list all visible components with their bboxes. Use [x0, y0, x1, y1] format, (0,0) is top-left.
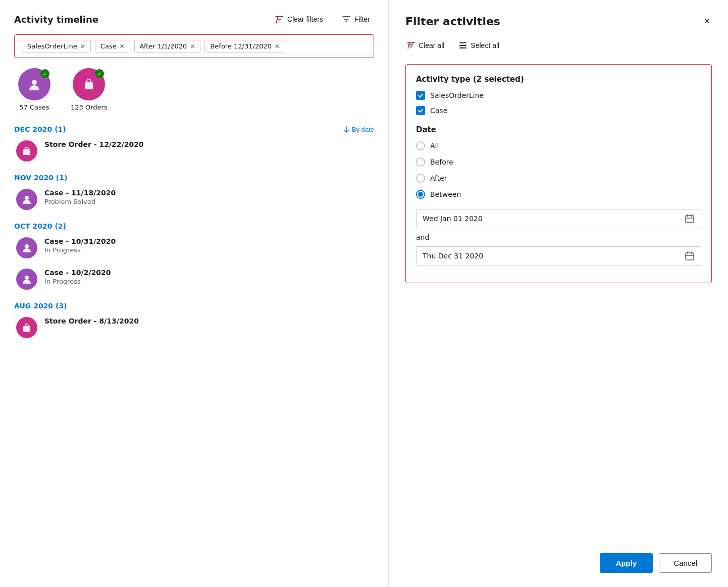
- svg-rect-7: [23, 326, 30, 332]
- orders-label: 123 Orders: [71, 103, 108, 111]
- activity-header: Activity timeline Clear filters Filter: [14, 12, 374, 26]
- apply-button[interactable]: Apply: [600, 553, 653, 573]
- filter-button[interactable]: Filter: [337, 12, 374, 26]
- date-to-wrap: [416, 246, 701, 265]
- radio-inner-between: [418, 192, 423, 197]
- svg-rect-3: [23, 149, 30, 155]
- radio-label-all: All: [430, 142, 439, 150]
- calendar-to-icon[interactable]: [685, 251, 695, 261]
- clear-all-button[interactable]: Clear all: [405, 39, 445, 52]
- svg-point-1: [32, 80, 37, 85]
- timeline-section: DEC 2020 (1) By date Store Order - 12/: [14, 125, 374, 575]
- month-header-aug2020: AUG 2020 (3): [14, 302, 374, 310]
- svg-rect-9: [459, 42, 466, 43]
- panel-footer: Apply Cancel: [600, 553, 712, 573]
- checkbox-case[interactable]: Case: [416, 106, 701, 115]
- date-from-input[interactable]: [423, 215, 685, 223]
- month-label-oct2020[interactable]: OCT 2020 (2): [14, 222, 66, 230]
- svg-rect-11: [459, 47, 466, 48]
- svg-point-4: [25, 196, 29, 200]
- filter-label: Filter: [354, 15, 370, 23]
- item-content: Store Order - 8/13/2020: [44, 317, 139, 325]
- activity-title: Activity timeline: [14, 14, 98, 25]
- stats-row: ✓ 57 Cases ✓ 123 Orders: [14, 68, 374, 111]
- radio-circle-between: [416, 190, 425, 199]
- case-icon: [16, 237, 37, 258]
- radio-after[interactable]: After: [416, 174, 701, 183]
- svg-rect-12: [686, 216, 694, 223]
- and-label: and: [416, 233, 701, 241]
- month-header-nov2020: NOV 2020 (1): [14, 174, 374, 182]
- checkbox-salesorderline[interactable]: SalesOrderLine: [416, 91, 701, 100]
- tag-case: Case ✕: [95, 40, 130, 52]
- bag-icon-sm: [21, 322, 32, 333]
- filter-icon: [341, 14, 351, 24]
- month-label-aug2020[interactable]: AUG 2020 (3): [14, 302, 67, 310]
- radio-all[interactable]: All: [416, 141, 701, 150]
- select-all-icon: [458, 41, 467, 50]
- item-subtitle: Problem Solved: [44, 198, 116, 205]
- sort-label: By date: [352, 126, 374, 133]
- left-panel: Activity timeline Clear filters Filter S…: [0, 0, 389, 587]
- cases-label: 57 Cases: [19, 103, 49, 111]
- date-to-input[interactable]: [423, 252, 685, 260]
- cb-box-salesorderline: [416, 91, 425, 100]
- sort-by-date-button[interactable]: By date: [343, 126, 374, 133]
- filter-tags-container: SalesOrderLine ✕ Case ✕ After 1/1/2020 ✕…: [14, 34, 374, 58]
- item-title: Case - 10/2/2020: [44, 269, 111, 277]
- cases-icon-wrap: ✓: [18, 68, 50, 100]
- panel-title: Filter activities: [405, 15, 500, 28]
- person-icon-sm: [21, 194, 32, 205]
- tag-case-close[interactable]: ✕: [120, 43, 125, 50]
- panel-toolbar: Clear all Select all: [405, 39, 712, 52]
- item-title: Case - 11/18/2020: [44, 189, 116, 197]
- item-title: Case - 10/31/2020: [44, 237, 116, 245]
- orders-icon-wrap: ✓: [73, 68, 105, 100]
- calendar-from-icon[interactable]: [685, 214, 695, 224]
- clear-filters-button[interactable]: Clear filters: [270, 12, 327, 26]
- radio-circle-all: [416, 141, 425, 150]
- radio-label-before: Before: [430, 158, 453, 166]
- stat-cases: ✓ 57 Cases: [18, 68, 50, 111]
- date-section-title: Date: [416, 125, 701, 134]
- month-header-oct2020: OCT 2020 (2): [14, 222, 374, 230]
- svg-point-5: [25, 244, 29, 248]
- month-block-aug2020: AUG 2020 (3) Store Order - 8/13/2020: [14, 302, 374, 338]
- month-label-dec2020[interactable]: DEC 2020 (1): [14, 125, 66, 133]
- tag-salesorderline-close[interactable]: ✕: [80, 43, 85, 50]
- radio-label-between: Between: [430, 190, 461, 198]
- item-subtitle: In Progress: [44, 246, 116, 254]
- cancel-button[interactable]: Cancel: [659, 553, 712, 573]
- tag-before-close[interactable]: ✕: [275, 43, 280, 50]
- radio-label-after: After: [430, 174, 447, 182]
- item-title: Store Order - 12/22/2020: [44, 140, 144, 148]
- select-all-button[interactable]: Select all: [457, 39, 500, 52]
- month-block-oct2020: OCT 2020 (2) Case - 10/31/2020 In Progre…: [14, 222, 374, 290]
- person-icon-sm: [21, 274, 32, 285]
- radio-between[interactable]: Between: [416, 190, 701, 199]
- check-badge-cases: ✓: [40, 69, 49, 78]
- month-label-nov2020[interactable]: NOV 2020 (1): [14, 174, 67, 182]
- tag-salesorderline: SalesOrderLine ✕: [22, 40, 91, 52]
- close-button[interactable]: ×: [702, 14, 712, 29]
- header-actions: Clear filters Filter: [270, 12, 374, 26]
- svg-point-6: [25, 276, 29, 280]
- item-content: Case - 10/2/2020 In Progress: [44, 269, 111, 285]
- cb-label-case: Case: [430, 106, 447, 115]
- filter-section: Activity type (2 selected) SalesOrderLin…: [405, 64, 712, 283]
- timeline-item: Case - 10/2/2020 In Progress: [14, 269, 374, 290]
- person-icon-sm: [21, 242, 32, 253]
- item-subtitle: In Progress: [44, 278, 111, 285]
- person-icon: [27, 77, 41, 91]
- item-content: Case - 11/18/2020 Problem Solved: [44, 189, 116, 205]
- item-title: Store Order - 8/13/2020: [44, 317, 139, 325]
- radio-before[interactable]: Before: [416, 157, 701, 167]
- item-content: Case - 10/31/2020 In Progress: [44, 237, 116, 254]
- bag-icon-sm: [21, 145, 32, 156]
- month-block-dec2020: DEC 2020 (1) By date Store Order - 12/: [14, 125, 374, 162]
- case-icon: [16, 189, 37, 210]
- clear-filters-label: Clear filters: [287, 15, 323, 23]
- cb-box-case: [416, 106, 425, 115]
- radio-circle-before: [416, 157, 425, 167]
- tag-after-close[interactable]: ✕: [190, 43, 195, 50]
